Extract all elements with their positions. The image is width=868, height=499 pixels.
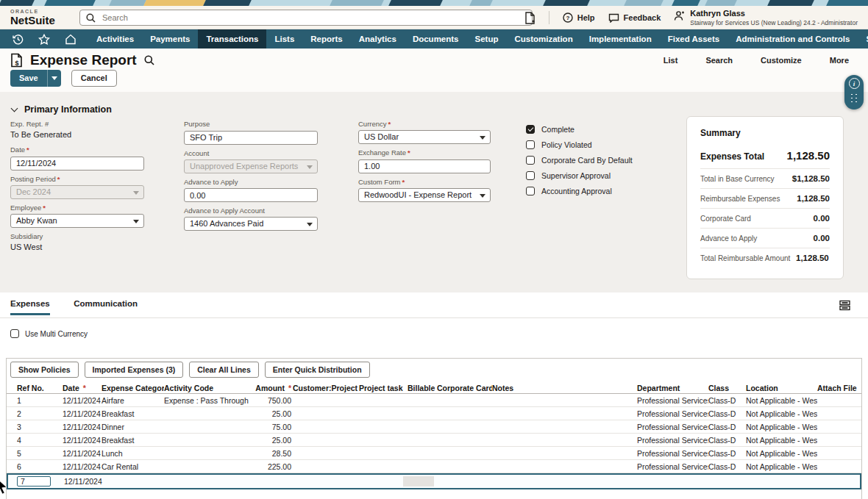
column-header-customer: Customer:Project: [293, 384, 359, 392]
cell-department: Professional Services: [637, 423, 708, 431]
currency-select[interactable]: US Dollar: [358, 130, 491, 144]
cell-date: 12/11/2024: [63, 449, 102, 458]
column-header-notes: Notes: [492, 384, 637, 392]
advance-to-apply-field[interactable]: [184, 188, 318, 202]
date-field[interactable]: [10, 157, 144, 170]
posting-period-select[interactable]: Dec 2024: [10, 185, 144, 199]
header-action-list[interactable]: List: [664, 56, 678, 65]
user-menu[interactable]: Kathryn Glass Stairway for Services US (…: [674, 9, 858, 26]
feedback-button[interactable]: Feedback: [608, 13, 661, 23]
policy-violated-checkbox[interactable]: [526, 140, 535, 149]
table-row[interactable]: 212/11/2024Breakfast25.00Professional Se…: [7, 407, 861, 420]
advance-account-select[interactable]: 1460 Advances Paid: [184, 217, 318, 231]
table-row[interactable]: 412/11/2024Breakfast25.00Professional Se…: [7, 434, 861, 447]
nav-item-activities[interactable]: Activities: [88, 29, 142, 49]
edit-row-ref-input[interactable]: [17, 476, 51, 487]
header-action-customize[interactable]: Customize: [761, 56, 802, 65]
use-multi-currency-label: Use Multi Currency: [25, 330, 88, 338]
purpose-field[interactable]: [184, 131, 318, 145]
cell-location: Not Applicable - West: [746, 449, 817, 458]
nav-item-payments[interactable]: Payments: [142, 29, 198, 49]
complete-checkbox[interactable]: [526, 125, 535, 134]
shortcuts-star-icon[interactable]: [31, 29, 57, 49]
section-collapse-header[interactable]: Primary Information: [12, 104, 112, 115]
nav-item-fixed-assets[interactable]: Fixed Assets: [660, 29, 728, 49]
table-row[interactable]: 312/11/2024Dinner75.00Professional Servi…: [7, 420, 861, 434]
use-multi-currency-checkbox[interactable]: [10, 329, 19, 338]
nav-item-customization[interactable]: Customization: [506, 29, 580, 49]
clear-all-lines-button[interactable]: Clear All Lines: [189, 362, 259, 378]
home-icon[interactable]: [57, 29, 84, 49]
exchange-rate-field[interactable]: [358, 159, 491, 173]
table-row[interactable]: 112/11/2024AirfareExpense : Pass Through…: [7, 394, 861, 407]
employee-select[interactable]: Abby Kwan: [10, 214, 144, 228]
summary-row-total-reimbursable-amount: Total Reimbursable Amount1,128.50: [700, 248, 830, 268]
accounting-approval-checkbox[interactable]: [526, 187, 535, 195]
global-search[interactable]: [79, 10, 533, 26]
cell-class: Class-D: [708, 423, 746, 431]
show-policies-button[interactable]: Show Policies: [10, 362, 79, 378]
supervisor-approval-checkbox[interactable]: [526, 171, 535, 180]
decorative-top-stripe: [0, 0, 868, 6]
nav-item-suiteapps[interactable]: SuiteApps: [858, 29, 868, 49]
nav-item-setup[interactable]: Setup: [467, 29, 507, 49]
nav-item-administration-and-controls[interactable]: Administration and Controls: [728, 29, 858, 49]
title-search-icon[interactable]: [144, 55, 154, 65]
header-action-search[interactable]: Search: [705, 56, 733, 65]
cell-amount: 25.00: [249, 409, 293, 418]
mouse-cursor: [0, 478, 10, 496]
netsuite-logo[interactable]: ORACLE NetSuite: [10, 9, 55, 26]
nav-item-transactions[interactable]: Transactions: [198, 29, 266, 49]
enter-quick-distribution-button[interactable]: Enter Quick Distribution: [265, 362, 370, 378]
summary-row-label: Total in Base Currency: [700, 175, 775, 183]
cell-department: Professional Services: [637, 409, 708, 418]
info-icon[interactable]: i: [849, 78, 860, 89]
cell-date: 12/11/2024: [63, 436, 102, 445]
tab-communication[interactable]: Communication: [74, 299, 138, 313]
assistant-widget[interactable]: i: [844, 75, 864, 110]
save-button[interactable]: Save: [10, 70, 61, 87]
nav-menu: ActivitiesPaymentsTransactionsListsRepor…: [88, 29, 868, 49]
complete-label: Complete: [541, 125, 574, 134]
expenses-table-rows: 112/11/2024AirfareExpense : Pass Through…: [7, 394, 861, 473]
sublist-button-row: Show PoliciesImported Expenses (3)Clear …: [10, 362, 861, 378]
required-asterisk: *: [388, 120, 391, 128]
checkbox-row-corporate-card-by-default: Corporate Card By Default: [526, 152, 633, 168]
header-action-more[interactable]: More: [830, 56, 849, 65]
save-dropdown-caret[interactable]: [47, 70, 61, 87]
cell-amount: 225.00: [249, 462, 293, 471]
nav-item-reports[interactable]: Reports: [302, 29, 350, 49]
approvals-checkbox-group: CompletePolicy ViolatedCorporate Card By…: [526, 121, 633, 198]
custom-form-select[interactable]: RedwoodUI - Expense Report: [358, 188, 491, 202]
summary-row-advance-to-apply: Advance to Apply0.00: [700, 228, 830, 248]
search-input[interactable]: [101, 12, 526, 23]
topbar-divider: [549, 11, 549, 24]
row-density-icon[interactable]: [839, 300, 850, 311]
nav-item-lists[interactable]: Lists: [266, 29, 302, 49]
nav-item-implementation[interactable]: Implementation: [581, 29, 660, 49]
active-edit-row[interactable]: 12/11/2024: [7, 473, 861, 489]
cell-class: Class-D: [708, 449, 746, 458]
svg-text:$: $: [15, 60, 18, 67]
corporate-card-by-default-checkbox[interactable]: [526, 156, 535, 165]
nav-item-analytics[interactable]: Analytics: [351, 29, 405, 49]
nav-item-documents[interactable]: Documents: [405, 29, 467, 49]
account-select[interactable]: Unapproved Expense Reports: [184, 159, 318, 173]
history-icon[interactable]: [4, 29, 31, 49]
help-button[interactable]: ? Help: [563, 12, 595, 23]
corporate-card-by-default-label: Corporate Card By Default: [541, 156, 633, 165]
grid-dots-icon[interactable]: [849, 92, 860, 102]
cell-class: Class-D: [708, 436, 746, 445]
column-header-ref: Ref No.: [17, 384, 63, 392]
help-icon: ?: [563, 12, 573, 23]
section-title: Primary Information: [24, 104, 112, 115]
summary-card: Summary Expenses Total 1,128.50 Total in…: [686, 116, 844, 279]
cell-amount: 25.00: [249, 436, 293, 445]
table-row[interactable]: 512/11/2024Lunch28.50Professional Servic…: [7, 447, 861, 460]
cancel-button[interactable]: Cancel: [71, 70, 117, 87]
page-title: Expense Report: [30, 52, 137, 68]
imported-expenses-3-button[interactable]: Imported Expenses (3): [85, 362, 184, 378]
table-row[interactable]: 612/11/2024Car Rental225.00Professional …: [7, 460, 861, 473]
tab-expenses[interactable]: Expenses: [10, 299, 50, 315]
new-document-icon[interactable]: [524, 12, 536, 24]
